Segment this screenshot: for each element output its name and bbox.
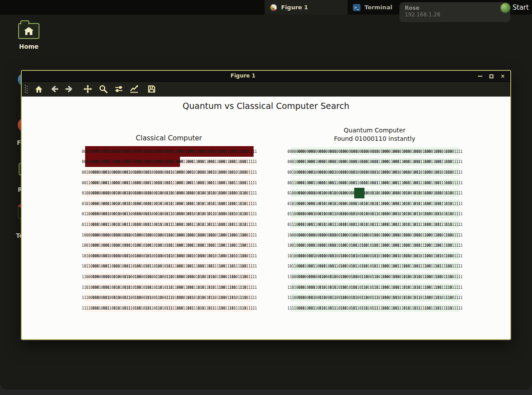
binary-string: 10011111 [446, 244, 463, 248]
grid-cell: 11101111 [243, 292, 254, 303]
forward-button[interactable] [64, 84, 75, 94]
binary-row: 1011000010110001101100101011001110110100… [291, 261, 459, 272]
grid-cell: 11001111 [243, 271, 254, 282]
binary-row: 0010000000100001001000100010001100100100… [291, 167, 459, 178]
grid-cell: 00111111 [449, 178, 459, 188]
window-controls: × [478, 71, 505, 81]
binary-string: 01011111 [446, 201, 463, 205]
row-text: 1000000010000001100000101000001110000100… [291, 230, 459, 240]
grid-cell: 01101111 [449, 209, 459, 220]
binary-row: 1101000011010001110100101101001111010100… [85, 282, 254, 293]
toolbar-grip-handle[interactable] [25, 85, 27, 93]
forward-arrow-icon [65, 85, 74, 93]
terminal-icon: >_ [353, 4, 360, 11]
grid-cell: 01111111 [243, 219, 254, 230]
binary-string: 00111111 [446, 181, 463, 185]
row-text: 1001000010010001100100101001001110010100… [291, 240, 459, 251]
binary-string: 01101111 [446, 212, 463, 216]
binary-row: 0111000001110001011100100111001101110100… [85, 219, 254, 230]
magnifier-icon [99, 85, 108, 93]
row-text: 0000000000000001000000100000001100000100… [291, 146, 459, 157]
row-text: 0011000000110001001100100011001100110100… [85, 178, 254, 188]
binary-row: 0000000000000001000000100000001100000100… [291, 146, 459, 157]
desktop-icon-home[interactable]: Home [16, 23, 42, 50]
row-text: 1011000010110001101100101011001110110100… [291, 261, 459, 272]
binary-row: 1011000010110001101100101011001110110100… [85, 261, 254, 272]
row-text: 0010000000100001001000100010001100100100… [85, 167, 254, 178]
binary-row: 0110000001100001011000100110001101100100… [291, 209, 459, 220]
axes-button[interactable] [129, 84, 140, 94]
start-orb-icon[interactable] [500, 3, 511, 13]
pan-button[interactable] [82, 84, 93, 94]
binary-row: 1110000011100001111000101110001111100100… [291, 292, 459, 303]
binary-row: 1100000011000001110000101100001111000100… [85, 271, 254, 282]
binary-row: 1010000010100001101000101010001110100100… [85, 251, 254, 261]
grid-cell: 10101111 [243, 251, 254, 261]
grid-cell: 11111111 [243, 303, 254, 314]
maximize-button[interactable] [489, 74, 493, 78]
row-text: 1111000011110001111100101111001111110100… [291, 303, 459, 314]
row-text: 1110000011100001111000101110001111100100… [85, 292, 254, 303]
binary-row: 0101000001010001010100100101001101010100… [291, 198, 459, 209]
row-text: 0100000001000001010000100100001101000100… [85, 188, 254, 198]
zoom-button[interactable] [98, 84, 109, 94]
binary-row: 1111000011110001111100101111001111110100… [85, 303, 254, 314]
binary-string: 01111111 [240, 222, 257, 226]
row-text: 0110000001100001011000100110001101100100… [291, 209, 459, 220]
row-text: 0101000001010001010100100101001101010100… [291, 198, 459, 209]
back-arrow-icon [50, 85, 59, 93]
taskbar-tab-figure1[interactable]: Figure 1 [265, 0, 348, 15]
tab-label: Figure 1 [281, 4, 308, 11]
row-text: 1110000011100001111000101110001111100100… [291, 292, 459, 303]
binary-string: 00011111 [446, 160, 463, 164]
binary-string: 01001111 [446, 191, 463, 195]
grid-cell: 10011111 [449, 240, 459, 251]
binary-row: 1010000010100001101000101010001110100100… [291, 251, 459, 261]
classical-binary-grid: 0000000000000001000000100000001100000100… [85, 146, 254, 314]
row-text: 0101000001010001010100100101001101010100… [85, 198, 254, 209]
binary-row: 1001000010010001100100101001001110010100… [291, 240, 459, 251]
binary-row: 0011000000110001001100100011001100110100… [291, 178, 459, 188]
figure-canvas: Quantum vs Classical Computer Search Cla… [22, 97, 510, 339]
home-button[interactable] [33, 84, 44, 94]
minimize-button[interactable] [478, 76, 482, 77]
binary-row: 0011000000110001001100100011001100110100… [85, 178, 254, 188]
binary-string: 00011111 [240, 160, 257, 164]
pan-icon [83, 85, 92, 93]
binary-row: 0101000001010001010100100101001101010100… [85, 198, 254, 209]
binary-row: 0001000000010001000100100001001100010100… [85, 157, 254, 167]
grid-cell: 00101111 [449, 167, 459, 178]
quantum-binary-grid: 0000000000000001000000100000001100000100… [291, 146, 459, 314]
binary-string: 11011111 [240, 285, 257, 289]
binary-row: 0010000000100001001000100010001100100100… [85, 167, 254, 178]
binary-string: 00001111 [240, 149, 257, 153]
subplots-button[interactable] [113, 84, 124, 94]
binary-row: 1000000010000001100000101000001110000100… [85, 230, 254, 240]
start-button[interactable]: Start [512, 4, 529, 12]
binary-row: 1001000010010001100100101001001110010100… [85, 240, 254, 251]
taskbar-tab-terminal[interactable]: >_ Terminal [348, 0, 398, 15]
binary-row: 0111000001110001011100100111001101110100… [291, 219, 459, 230]
grid-cell: 00111111 [243, 178, 254, 188]
pie-chart-icon [270, 4, 277, 11]
row-text: 1111000011110001111100101111001111110100… [85, 303, 254, 314]
desktop-icon-label: Home [19, 43, 39, 50]
row-text: 0111000001110001011100100111001101110100… [291, 219, 459, 230]
grid-cell: 00011111 [243, 157, 254, 167]
row-text: 1101000011010001110100101101001111010100… [291, 282, 459, 293]
binary-row: 0000000000000001000000100000001100000100… [85, 146, 254, 157]
binary-string: 11111111 [446, 306, 463, 310]
grid-cell: 11011111 [243, 282, 254, 293]
figure-window: Figure 1 × [21, 70, 511, 340]
grid-cell: 10111111 [449, 261, 459, 272]
save-button[interactable] [146, 84, 157, 94]
back-button[interactable] [49, 84, 59, 94]
row-text: 0001000000010001000100100001001100010100… [291, 157, 459, 167]
grid-cell: 10101111 [449, 251, 459, 261]
row-text: 0111000001110001011100100111001101110100… [85, 219, 254, 230]
close-button[interactable]: × [501, 74, 505, 79]
row-text: 1010000010100001101000101010001110100100… [85, 251, 254, 261]
window-titlebar[interactable]: Figure 1 × [22, 71, 510, 81]
binary-string: 11001111 [446, 275, 463, 279]
row-text: 1010000010100001101000101010001110100100… [291, 251, 459, 261]
